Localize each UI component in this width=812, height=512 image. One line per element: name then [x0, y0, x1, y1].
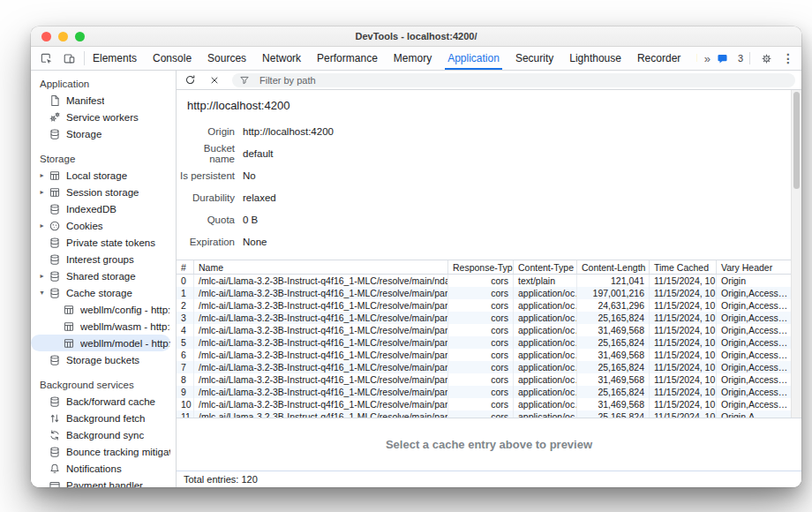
sidebar-item-private-state-tokens[interactable]: Private state tokens — [31, 234, 170, 251]
zoom-window-button[interactable] — [75, 32, 85, 41]
tab-sources[interactable]: Sources — [199, 47, 254, 70]
sidebar-item-background-sync[interactable]: Background sync — [31, 426, 170, 443]
column-header-vary-header[interactable]: Vary Header — [717, 260, 791, 274]
table-row[interactable]: 2/mlc-ai/Llama-3.2-3B-Instruct-q4f16_1-M… — [177, 299, 791, 312]
column-header-content-length[interactable]: Content-Length — [577, 260, 650, 274]
device-toolbar-icon[interactable] — [59, 49, 79, 67]
payment-card-icon — [48, 479, 62, 488]
sidebar-item-bounce-tracking-mitigations[interactable]: Bounce tracking mitigations — [31, 443, 170, 460]
chevron-right-icon[interactable]: ▸ — [36, 222, 48, 230]
sidebar-item-label: Interest groups — [66, 254, 134, 265]
tab-recorder[interactable]: Recorder — [629, 47, 688, 70]
sidebar-section-title: Storage — [31, 150, 176, 167]
column-header-time-cached[interactable]: Time Cached — [650, 260, 717, 274]
sidebar-item-shared-storage[interactable]: ▸Shared storage — [31, 267, 170, 284]
tab-memory[interactable]: Memory — [386, 47, 440, 70]
meta-row-quota: Quota0 B — [177, 208, 791, 230]
sidebar-item-cookies[interactable]: ▸Cookies — [31, 217, 170, 234]
tab-security[interactable]: Security — [508, 47, 561, 70]
cell-content-length: 31,469,568 — [577, 373, 650, 386]
table-row[interactable]: 6/mlc-ai/Llama-3.2-3B-Instruct-q4f16_1-M… — [177, 349, 791, 361]
tab-application[interactable]: Application — [440, 47, 508, 70]
cell-vary-header: Origin,Access… — [717, 299, 791, 312]
cell-content-type: application/oc… — [514, 324, 577, 336]
tab-performance[interactable]: Performance — [309, 47, 386, 70]
vertical-scrollbar[interactable] — [791, 90, 801, 418]
table-row[interactable]: 10/mlc-ai/Llama-3.2-3B-Instruct-q4f16_1-… — [177, 398, 791, 410]
tab-elements[interactable]: Elements — [85, 47, 145, 70]
sidebar-item-interest-groups[interactable]: Interest groups — [31, 251, 170, 267]
sidebar-item-notifications[interactable]: Notifications — [31, 460, 170, 477]
cell-index: 10 — [177, 398, 194, 410]
settings-gear-icon[interactable] — [756, 49, 776, 67]
sidebar-item-label: Background sync — [66, 430, 144, 440]
column-header-name[interactable]: Name — [194, 260, 448, 274]
cell-vary-header: Origin,Access… — [717, 361, 791, 373]
chevron-right-icon[interactable]: ▸ — [36, 272, 48, 280]
more-tabs-icon[interactable]: » — [704, 52, 710, 65]
sidebar-item-service-workers[interactable]: Service workers — [31, 109, 170, 125]
table-row[interactable]: 3/mlc-ai/Llama-3.2-3B-Instruct-q4f16_1-M… — [177, 312, 791, 324]
cache-metadata: Originhttp://localhost:4200Bucket namede… — [177, 118, 791, 260]
table-row[interactable]: 5/mlc-ai/Llama-3.2-3B-Instruct-q4f16_1-M… — [177, 336, 791, 349]
sidebar-item-webllm-wasm-http-loca[interactable]: webllm/wasm - http://loca… — [31, 318, 170, 335]
sidebar-item-storage[interactable]: Storage — [31, 125, 170, 142]
table-row[interactable]: 1/mlc-ai/Llama-3.2-3B-Instruct-q4f16_1-M… — [177, 287, 791, 299]
sidebar-item-webllm-config-http-loc[interactable]: webllm/config - http://loc… — [31, 301, 170, 318]
cell-content-type: application/oc… — [514, 386, 577, 398]
tab-console[interactable]: Console — [145, 47, 199, 70]
sidebar-item-label: Background fetch — [66, 413, 146, 424]
table-row[interactable]: 0/mlc-ai/Llama-3.2-3B-Instruct-q4f16_1-M… — [177, 275, 791, 287]
refresh-icon[interactable] — [183, 74, 197, 87]
column-header-response-type[interactable]: Response-Type — [448, 260, 514, 274]
tab-lighthouse[interactable]: Lighthouse — [561, 47, 629, 70]
tab-network[interactable]: Network — [254, 47, 309, 70]
chevron-down-icon[interactable]: ▾ — [36, 289, 48, 297]
sidebar-item-session-storage[interactable]: ▸Session storage — [31, 184, 170, 200]
sidebar-item-cache-storage[interactable]: ▾Cache storage — [31, 284, 170, 301]
cell-name: /mlc-ai/Llama-3.2-3B-Instruct-q4f16_1-ML… — [194, 398, 448, 410]
cell-response-type: cors — [448, 275, 514, 287]
sidebar-item-payment-handler[interactable]: Payment handler — [31, 477, 170, 487]
table-row[interactable]: 7/mlc-ai/Llama-3.2-3B-Instruct-q4f16_1-M… — [177, 361, 791, 373]
database-icon — [48, 237, 62, 249]
minimize-window-button[interactable] — [58, 32, 68, 41]
overflow-menu-icon[interactable]: ⋮ — [782, 51, 794, 65]
sidebar-item-local-storage[interactable]: ▸Local storage — [31, 167, 170, 184]
preview-placeholder: Select a cache entry above to preview — [386, 438, 592, 451]
devtools-window: DevTools - localhost:4200/ ElementsConso… — [31, 26, 801, 487]
cell-name: /mlc-ai/Llama-3.2-3B-Instruct-q4f16_1-ML… — [194, 324, 448, 336]
table-row[interactable]: 11/mlc-ai/Llama-3.2-3B-Instruct-q4f16_1-… — [177, 410, 791, 418]
cell-content-length: 25,165,824 — [577, 410, 650, 418]
table-row[interactable]: 4/mlc-ai/Llama-3.2-3B-Instruct-q4f16_1-M… — [177, 324, 791, 336]
column-header-[interactable]: # — [177, 260, 194, 274]
sidebar-item-storage-buckets[interactable]: Storage buckets — [31, 351, 170, 368]
chevron-right-icon[interactable]: ▸ — [36, 171, 48, 179]
cell-index: 5 — [177, 336, 194, 349]
issues-counter[interactable]: 3 — [716, 52, 743, 64]
sidebar-item-label: Private state tokens — [66, 237, 155, 248]
filter-by-path-input[interactable]: Filter by path — [232, 73, 795, 87]
tab-performance-insights[interactable]: Performance insights — [688, 47, 696, 70]
column-header-content-type[interactable]: Content-Type — [514, 260, 577, 274]
sidebar-item-background-fetch[interactable]: Background fetch — [31, 410, 170, 426]
cell-name: /mlc-ai/Llama-3.2-3B-Instruct-q4f16_1-ML… — [194, 349, 448, 361]
meta-value: default — [243, 148, 274, 159]
preview-pane: Select a cache entry above to preview — [177, 418, 801, 471]
delete-selected-icon[interactable] — [207, 74, 222, 87]
close-window-button[interactable] — [41, 32, 51, 41]
cell-response-type: cors — [448, 361, 514, 373]
meta-label: Durability — [177, 192, 235, 203]
scrollbar-thumb[interactable] — [793, 92, 800, 189]
sidebar-item-label: webllm/config - http://loc… — [80, 305, 170, 315]
sidebar-item-manifest[interactable]: Manifest — [31, 92, 170, 109]
sidebar-item-back-forward-cache[interactable]: Back/forward cache — [31, 393, 170, 410]
inspect-element-icon[interactable] — [36, 49, 56, 67]
sidebar-item-webllm-model-http-loc[interactable]: webllm/model - http://loc… — [31, 335, 170, 351]
database-icon — [48, 203, 62, 215]
sidebar-item-indexeddb[interactable]: IndexedDB — [31, 200, 170, 217]
table-row[interactable]: 8/mlc-ai/Llama-3.2-3B-Instruct-q4f16_1-M… — [177, 373, 791, 386]
sidebar-item-label: Payment handler — [66, 480, 143, 488]
chevron-right-icon[interactable]: ▸ — [36, 188, 48, 196]
table-row[interactable]: 9/mlc-ai/Llama-3.2-3B-Instruct-q4f16_1-M… — [177, 386, 791, 398]
